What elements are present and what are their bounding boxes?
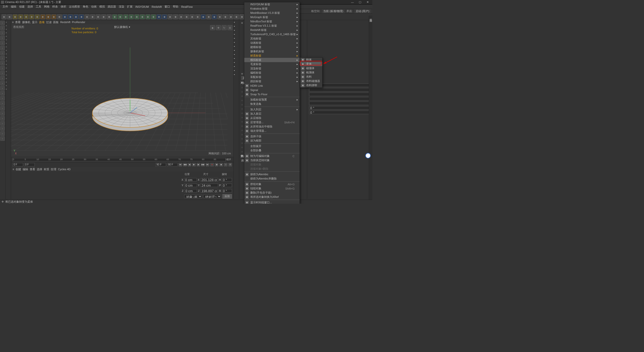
rail-button[interactable]: ▪ (0, 111, 5, 116)
vp-menu-item[interactable]: 面板 (53, 20, 59, 24)
vp-menu-item[interactable]: 过滤 (46, 20, 52, 24)
vp-menu-item[interactable]: ≡ (12, 21, 14, 24)
main-menu[interactable]: 文件编辑创建选择工具网格样条体积运动图形角色动画模拟跟踪器渲染扩展INSYDIU… (0, 5, 372, 9)
ctx-item[interactable]: 加载标签预置▸ (244, 98, 300, 102)
viewport-menu[interactable]: ≡查看摄像机显示选项过滤面板RedshiftProRender (11, 20, 233, 24)
toolbar-button[interactable]: ◆ (62, 14, 67, 19)
field-input[interactable] (309, 102, 370, 105)
toolbar-button[interactable]: ◆ (151, 14, 156, 19)
vp-menu-item[interactable]: 摄像机 (22, 20, 30, 24)
play-button[interactable]: ▶ (192, 163, 196, 166)
rail-button[interactable]: ▪ (0, 101, 5, 106)
timeline-ruler[interactable]: 051015202530354045505560657075808590 (13, 158, 226, 161)
ctx-item[interactable]: ▣群组对象Alt+G (244, 182, 300, 186)
toolbar-button[interactable]: ◆ (46, 14, 51, 19)
ctx-item[interactable]: 其他标签▸ (244, 36, 300, 41)
menu-样条[interactable]: 样条 (51, 5, 59, 9)
prev-key-button[interactable]: ◀◀ (183, 163, 187, 166)
mode-button[interactable]: ▫ (6, 35, 11, 38)
ctx-item[interactable]: ▣布料 (300, 75, 322, 79)
rail-button[interactable]: ▪ (0, 86, 5, 91)
mode-button[interactable]: ▫ (6, 28, 11, 31)
ctx-item[interactable]: ▣HDRI Link (244, 83, 300, 88)
rot-input[interactable] (222, 184, 232, 187)
rail-button[interactable]: ▪ (234, 29, 239, 32)
field-input[interactable] (309, 111, 370, 114)
window-max-button[interactable]: ▢ (356, 1, 364, 4)
mode-button[interactable]: ▫ (6, 87, 11, 91)
rail-button[interactable]: ▪ (0, 81, 5, 85)
toolbar-button[interactable]: ◆ (7, 14, 12, 19)
ctx-item[interactable]: ▣将所选对象转换为XRef (244, 195, 300, 199)
toolbar-button[interactable]: ◆ (24, 14, 29, 19)
vp-menu-item[interactable]: 选项 (39, 20, 45, 24)
toolbar-button[interactable]: ◆ (129, 14, 134, 19)
ctx-item[interactable]: 加入到层▸ (244, 107, 300, 112)
rail-button[interactable]: ▪ (0, 21, 5, 25)
rail-button[interactable]: ▪ (0, 36, 5, 40)
rail-button[interactable]: ▪ (234, 69, 239, 72)
rail-button[interactable]: ▪ (0, 56, 5, 60)
rail-button[interactable]: ▪ (234, 65, 239, 68)
menu-帮助[interactable]: 帮助 (172, 5, 179, 9)
start-frame-input[interactable] (13, 163, 23, 166)
end-frame-input[interactable] (167, 163, 178, 166)
ctx-item[interactable]: INSYDIUM 标签▸ (244, 2, 300, 7)
toolbar-button[interactable]: ◆ (2, 14, 7, 19)
window-close-button[interactable]: ✕ (364, 1, 371, 4)
ctx-item[interactable]: ▣Snap To Floor (244, 92, 300, 96)
mode-button[interactable]: ▫ (6, 24, 11, 27)
ctx-item[interactable]: ▣碰撞体 (300, 66, 322, 70)
rail-button[interactable]: ▪ (0, 26, 5, 30)
vp-icon[interactable]: ◆ (210, 25, 215, 30)
key-button[interactable]: ◆ (219, 163, 223, 166)
next-frame-button[interactable]: ▶ (197, 163, 200, 166)
toolbar-button[interactable]: ◆ (40, 14, 45, 19)
ctx-item[interactable]: 全部展开 (244, 144, 300, 148)
mode-button[interactable]: ▫ (6, 42, 11, 45)
key-button[interactable]: ◇ (224, 163, 227, 166)
ctx-item[interactable]: ▣结组对象Shift+G (244, 186, 300, 191)
ctx-item[interactable]: MoGraph 标签▸ (244, 15, 300, 19)
toolbar-button[interactable]: ◆ (107, 14, 112, 19)
ctx-item[interactable]: ▣层管理器...Shift+F4 (244, 120, 300, 124)
ctx-item[interactable]: ▣删除(不包含子级) (244, 191, 300, 195)
viewport-corner-icons[interactable]: ◆ ✥ ↻ ⊞ (210, 25, 232, 30)
mode-button[interactable]: ▫ (6, 45, 11, 48)
toolbar-button[interactable]: ◆ (13, 14, 18, 19)
rail-button[interactable]: ▪ (0, 76, 5, 80)
ctx-item[interactable]: ▣转为可编辑对象C (244, 154, 300, 158)
toolbar-button[interactable]: ◆ (96, 14, 101, 19)
menu-文件[interactable]: 文件 (2, 5, 9, 9)
ctx-item[interactable]: ▣从层移除 (244, 116, 300, 120)
prev-frame-button[interactable]: ◀ (188, 163, 191, 166)
ctx-item[interactable]: ▣加入新层 (244, 112, 300, 116)
size-mode-select[interactable]: 绝对尺寸 (203, 195, 221, 198)
rail-button[interactable]: ▪ (0, 61, 5, 65)
rail-button[interactable]: ▪ (234, 53, 239, 56)
sim-tag-submenu[interactable]: ▣刚体▣柔体▣碰撞体▣检测体▣布料▣布料碰撞器▣布料绑带 (300, 57, 323, 88)
frame-input-3[interactable] (155, 163, 166, 166)
rail-button[interactable]: ▪ (0, 66, 5, 70)
coord-mode-select[interactable]: 对象 (相对) (184, 195, 202, 198)
ctx-item[interactable]: 全部折叠 (244, 148, 300, 153)
toolbar-button[interactable]: ◆ (162, 14, 167, 19)
matbar-item[interactable]: 材质 (44, 167, 49, 171)
ctx-item[interactable]: Krakatoa 标签▸ (244, 7, 300, 11)
side-tab[interactable]: 属性 内容浏览器 (369, 16, 372, 200)
menu-运动图形[interactable]: 运动图形 (68, 5, 81, 9)
iface-select[interactable]: 启动 (用户) (354, 9, 371, 13)
toolbar-button[interactable]: ◆ (156, 14, 162, 19)
rot-input[interactable] (222, 189, 232, 193)
ctx-item[interactable]: 装配标签▸ (244, 75, 300, 79)
apply-button[interactable]: 应用 (222, 194, 232, 199)
menu-RealFlow[interactable]: RealFlow (180, 5, 194, 9)
menu-选择[interactable]: 选择 (26, 5, 34, 9)
toolbar-button[interactable]: ◆ (90, 14, 95, 19)
rail-button[interactable]: ▪ (0, 126, 5, 131)
rail-button[interactable]: ▪ (0, 131, 5, 136)
rail-button[interactable]: ▪ (234, 21, 239, 24)
rail-button[interactable]: ▪ (0, 31, 5, 35)
vp-menu-item[interactable]: 查看 (15, 20, 21, 24)
ctx-item[interactable]: Redshift 标签▸ (244, 28, 300, 32)
